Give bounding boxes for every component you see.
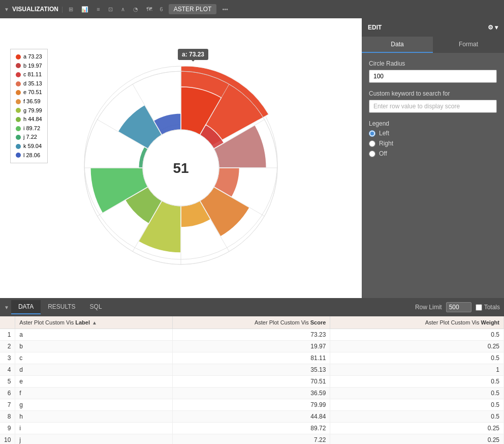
legend-dot-j <box>16 135 21 140</box>
tab-data[interactable]: Data <box>362 37 433 53</box>
cell-label: e <box>15 376 173 388</box>
legend-item-d: d 35.13 <box>16 79 42 88</box>
aster-plot-svg[interactable]: 51 <box>74 41 288 275</box>
legend-dot-f <box>16 99 21 104</box>
legend-item-g: g 79.99 <box>16 106 42 115</box>
totals-checkbox-label[interactable]: Totals <box>476 304 500 311</box>
custom-keyword-label: Custom keyword to search for <box>369 90 497 97</box>
legend-label-h: h 44.84 <box>23 115 42 124</box>
cell-weight: 0.25 <box>330 423 504 434</box>
totals-label: Totals <box>484 304 500 311</box>
legend-field: Legend Left Right Off <box>369 120 497 157</box>
legend-off-option[interactable]: Off <box>369 150 497 157</box>
cell-weight: 0.5 <box>330 352 504 364</box>
legend-dot-h <box>16 117 21 122</box>
map-icon[interactable]: 🗺 <box>144 5 154 14</box>
pie-chart-icon[interactable]: ◔ <box>131 5 141 14</box>
legend-item-a: a 73.23 <box>16 52 42 62</box>
tab-data-main[interactable]: DATA <box>11 300 41 314</box>
legend-right-radio[interactable] <box>369 140 375 147</box>
cell-weight: 0.5 <box>330 329 504 341</box>
legend-left-option[interactable]: Left <box>369 130 497 137</box>
totals-checkbox[interactable] <box>476 304 482 311</box>
toolbar-left: ▼ VISUALIZATION | ⊞ 📊 ≡ ⊡ ∧ ◔ 🗺 6 ASTER … <box>4 4 500 14</box>
cell-label: d <box>15 364 173 376</box>
legend-right-option[interactable]: Right <box>369 140 497 147</box>
cell-score: 89.72 <box>173 423 330 434</box>
legend-dot-k <box>16 144 21 149</box>
legend-label-b: b 19.97 <box>23 62 42 71</box>
cell-label: f <box>15 388 173 399</box>
cell-score: 70.51 <box>173 376 330 388</box>
edit-header: EDIT ⚙ ▾ <box>362 18 504 37</box>
cell-score: 19.97 <box>173 341 330 352</box>
chart-area: a 73.23 b 19.97 c 81.11 d 35.13 e 70.51 … <box>0 18 362 298</box>
table-icon[interactable]: ⊞ <box>66 5 76 14</box>
more-icon[interactable]: ••• <box>219 5 231 14</box>
legend-item-e: e 70.51 <box>16 88 42 97</box>
legend-label-e: e 70.51 <box>23 88 42 97</box>
table-row: 6 f 36.59 0.5 <box>0 388 504 399</box>
line-chart-icon[interactable]: ≡ <box>94 5 102 14</box>
table-row: 5 e 70.51 0.5 <box>0 376 504 388</box>
row-limit-input[interactable] <box>446 302 471 312</box>
legend-item-b: b 19.97 <box>16 62 42 71</box>
visualization-toolbar: ▼ VISUALIZATION | ⊞ 📊 ≡ ⊡ ∧ ◔ 🗺 6 ASTER … <box>0 0 504 18</box>
area-chart-icon[interactable]: ∧ <box>118 5 128 14</box>
row-num: 7 <box>0 399 15 411</box>
legend-item-h: h 44.84 <box>16 115 42 124</box>
data-tab-right: Row Limit Totals <box>415 302 500 312</box>
scatter-icon[interactable]: ⊡ <box>106 5 115 14</box>
bar-chart-icon[interactable]: 📊 <box>79 5 91 14</box>
number-icon[interactable]: 6 <box>158 5 166 14</box>
row-num: 9 <box>0 423 15 434</box>
data-table-body: 1 a 73.23 0.5 2 b 19.97 0.25 3 c 81.11 0… <box>0 329 504 445</box>
custom-keyword-input[interactable] <box>369 100 497 113</box>
legend-label: Legend <box>369 120 497 127</box>
aster-chart[interactable]: 51 51 <box>74 41 288 276</box>
legend-dot-l <box>16 153 21 158</box>
cell-score: 36.59 <box>173 388 330 399</box>
legend-left-radio[interactable] <box>369 130 375 137</box>
cell-weight: 0.5 <box>330 388 504 399</box>
cell-score: 35.13 <box>173 364 330 376</box>
table-row: 7 g 79.99 0.5 <box>0 399 504 411</box>
legend-label-d: d 35.13 <box>23 79 42 88</box>
data-table: Aster Plot Custom Vis Label ▲ Aster Plot… <box>0 316 504 444</box>
aster-plot-button[interactable]: ASTER PLOT <box>169 4 217 14</box>
chevron-down-icon[interactable]: ▼ <box>4 7 9 12</box>
legend-item-l: l 28.06 <box>16 151 42 160</box>
table-header-row: Aster Plot Custom Vis Label ▲ Aster Plot… <box>0 316 504 329</box>
chevron-down-icon-data[interactable]: ▼ <box>4 305 9 310</box>
data-section: ▼ DATA RESULTS SQL Row Limit Totals Aste… <box>0 298 504 444</box>
circle-radius-field: Circle Radius <box>369 60 497 83</box>
cell-label: c <box>15 352 173 364</box>
tab-results[interactable]: RESULTS <box>41 300 82 314</box>
row-num: 4 <box>0 364 15 376</box>
gear-icon[interactable]: ⚙ ▾ <box>488 24 498 31</box>
legend-item-j: j 7.22 <box>16 133 42 142</box>
edit-tabs: Data Format <box>362 37 504 53</box>
cell-weight: 1 <box>330 364 504 376</box>
table-wrapper: Aster Plot Custom Vis Label ▲ Aster Plot… <box>0 316 504 444</box>
table-row: 10 j 7.22 0.25 <box>0 434 504 445</box>
viz-container: a 73.23 b 19.97 c 81.11 d 35.13 e 70.51 … <box>0 18 504 298</box>
circle-radius-input[interactable] <box>369 70 497 83</box>
table-row: 9 i 89.72 0.25 <box>0 423 504 434</box>
legend-off-radio[interactable] <box>369 151 375 157</box>
col-label-header[interactable]: Aster Plot Custom Vis Label ▲ <box>15 316 173 329</box>
legend-radio-group: Left Right Off <box>369 130 497 157</box>
tab-format[interactable]: Format <box>433 37 504 53</box>
col-weight-header[interactable]: Aster Plot Custom Vis Weight <box>330 316 504 329</box>
col-label-header-text: Aster Plot Custom Vis Label <box>19 319 90 325</box>
tab-sql[interactable]: SQL <box>83 300 109 314</box>
legend-dot-e <box>16 90 21 95</box>
col-score-header[interactable]: Aster Plot Custom Vis Score <box>173 316 330 329</box>
cell-weight: 0.25 <box>330 341 504 352</box>
visualization-title: VISUALIZATION <box>12 6 58 13</box>
edit-body: Circle Radius Custom keyword to search f… <box>362 53 504 164</box>
legend-dot-d <box>16 81 21 86</box>
legend-label-a: a 73.23 <box>23 52 42 62</box>
row-limit-label: Row Limit <box>415 304 442 311</box>
legend-dot-a <box>16 54 21 60</box>
